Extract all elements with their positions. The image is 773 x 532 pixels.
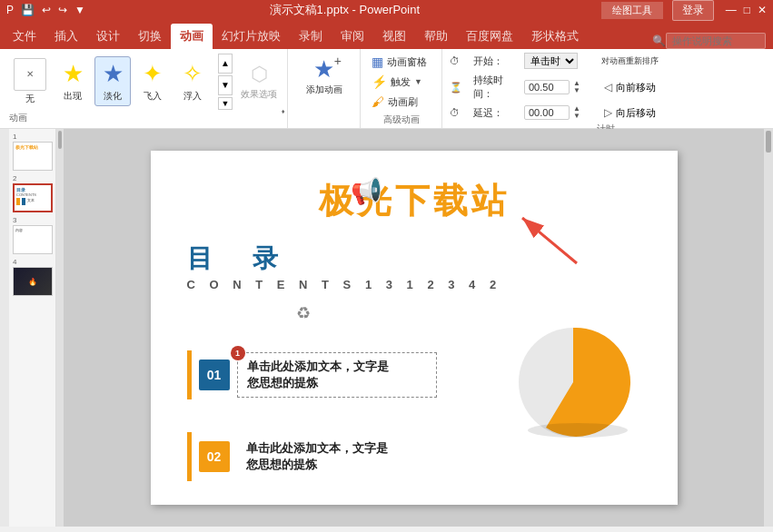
add-animation-btn[interactable]: ★+ 添加动画 [293, 53, 354, 99]
timing-section: ⏱ 开始： 单击时 对动画重新排序 ⏳ 持续时间： 00.50 ▲ ▼ [442, 49, 769, 128]
delay-input-group: 00.00 ▲ ▼ [524, 105, 580, 120]
ribbon-tabs: 文件 插入 设计 切换 动画 幻灯片放映 录制 审阅 视图 帮助 百度网盘 形状… [0, 20, 773, 49]
float-icon: ✧ [183, 60, 203, 88]
trigger-arrow: ▼ [414, 77, 422, 86]
slide-title: 极光下载站 [319, 178, 510, 224]
advanced-animation-section: ▦ 动画窗格 ⚡ 触发 ▼ 🖌 动画刷 高级动画 [361, 49, 442, 128]
list-text-1[interactable]: 1 单击此处添加文本，文字是 您思想的提炼 [237, 352, 437, 398]
tab-insert[interactable]: 插入 [45, 24, 87, 49]
list-text-1-line2: 您思想的提炼 [247, 375, 427, 391]
list-text-2: 单击此处添加文本，文字是 您思想的提炼 [237, 435, 437, 478]
tab-help[interactable]: 帮助 [415, 24, 457, 49]
scroll-more-btn[interactable]: ▼ [218, 97, 233, 110]
quick-access-toolbar: P 💾 ↩ ↪ ▼ 演示文稿1.pptx - PowerPoint 绘图工具 登… [0, 0, 773, 20]
trigger-btn[interactable]: ⚡ 触发 ▼ [368, 73, 434, 91]
move-back-btn[interactable]: ▷ 向后移动 [604, 106, 656, 120]
pane-icon: ▦ [372, 54, 383, 69]
list-text-1-line1: 单击此处添加文本，文字是 [247, 359, 427, 375]
main-area: 1 极光下载站 2 目录 CONTENTS 文本 3 内容 [0, 129, 773, 527]
effects-option-btn[interactable]: ⬡ 效果选项 [236, 60, 282, 103]
appear-icon: ★ [63, 60, 84, 88]
list-item-1: 01 1 单击此处添加文本，文字是 您思想的提炼 [187, 350, 437, 399]
customize-icon[interactable]: ▼ [72, 4, 88, 16]
list-item-2: 02 单击此处添加文本，文字是 您思想的提炼 [187, 432, 437, 481]
slide-thumb-1[interactable]: 1 极光下载站 [13, 133, 52, 171]
trigger-icon: ⚡ [372, 74, 387, 89]
tab-review[interactable]: 审阅 [332, 24, 373, 49]
animation-fade-btn[interactable]: ★ 淡化 [94, 56, 131, 106]
animation-float-btn[interactable]: ✧ 浮入 [174, 57, 211, 105]
delay-icon: ⏱ [450, 107, 468, 118]
reorder-label: 对动画重新排序 [601, 55, 659, 67]
timing-start-row: ⏱ 开始： 单击时 对动画重新排序 [450, 53, 762, 69]
slide-canvas: 极光下载站 📢 目 录 C O N T E N T S 1 3 1 2 3 4 … [151, 151, 678, 505]
recycle-icon: ♻ [296, 303, 311, 323]
timing-duration-row: ⏳ 持续时间： 00.50 ▲ ▼ ◁ 向前移动 [450, 74, 762, 101]
canvas-scroll-thumb[interactable] [766, 131, 771, 153]
tab-view[interactable]: 视图 [373, 24, 415, 49]
tab-transition[interactable]: 切换 [129, 24, 171, 49]
canvas-scrollbar[interactable] [764, 129, 773, 527]
animation-buttons: ✕ 无 ★ 出现 ★ 淡化 ✦ 飞入 ✧ 浮入 [9, 53, 282, 110]
window-title: 演示文稿1.pptx - PowerPoint [90, 2, 600, 18]
tab-baidu[interactable]: 百度网盘 [457, 24, 522, 49]
animation-pane-btn[interactable]: ▦ 动画窗格 [368, 53, 434, 71]
redo-icon[interactable]: ↪ [55, 4, 70, 16]
none-icon: ✕ [14, 58, 46, 91]
ribbon-toolbar: ✕ 无 ★ 出现 ★ 淡化 ✦ 飞入 ✧ 浮入 [0, 49, 773, 129]
animation-appear-btn[interactable]: ★ 出现 [55, 57, 91, 105]
slide-subtitle: 目 录 [187, 241, 285, 276]
adv-section-label: 高级动画 [368, 113, 434, 126]
svg-point-1 [528, 423, 628, 438]
animation-flyin-btn[interactable]: ✦ 飞入 [134, 57, 171, 105]
slide-thumb-4[interactable]: 4 🔥 [13, 258, 52, 296]
thumb-content-4: 🔥 [13, 267, 53, 296]
list-text-2-line2: 您思想的提炼 [246, 457, 428, 473]
search-input[interactable] [666, 33, 766, 49]
login-button[interactable]: 登录 [672, 0, 714, 21]
thumb-content-1: 极光下载站 [13, 142, 53, 171]
add-animation-section: ★+ 添加动画 [288, 49, 361, 128]
thumb-content-2: 目录 CONTENTS 文本 [13, 183, 53, 212]
scroll-up-btn[interactable]: ▲ [218, 54, 233, 74]
drawing-tools-label: 绘图工具 [601, 2, 663, 19]
effects-icon: ⬡ [251, 63, 268, 86]
close-icon[interactable]: ✕ [755, 4, 769, 16]
start-dropdown[interactable]: 单击时 [524, 53, 578, 69]
list-text-2-line1: 单击此处添加文本，文字是 [246, 440, 428, 457]
pie-chart [505, 314, 650, 441]
reorder-buttons: ◁ 向前移动 [604, 81, 656, 94]
maximize-icon[interactable]: □ [741, 4, 753, 16]
tab-shape-format[interactable]: 形状格式 [522, 24, 588, 49]
tab-record[interactable]: 录制 [290, 24, 332, 49]
slides-scrollbar[interactable] [56, 129, 64, 527]
resize-handle[interactable] [0, 129, 9, 527]
canvas-area: 极光下载站 📢 目 录 C O N T E N T S 1 3 1 2 3 4 … [64, 129, 764, 527]
animation-none-btn[interactable]: ✕ 无 [9, 55, 51, 108]
add-anim-icon: ★+ [313, 55, 334, 84]
tab-animation[interactable]: 动画 [171, 24, 213, 49]
section-expand-icon[interactable]: ⬧ [281, 106, 285, 115]
delay-down-btn[interactable]: ▼ [573, 113, 580, 120]
scroll-thumb[interactable] [58, 131, 62, 149]
badge-1: 1 [231, 346, 245, 360]
animation-section: ✕ 无 ★ 出现 ★ 淡化 ✦ 飞入 ✧ 浮入 [4, 49, 288, 128]
thumb-content-3: 内容 [13, 225, 53, 254]
undo-icon[interactable]: ↩ [39, 4, 54, 16]
animation-brush-btn[interactable]: 🖌 动画刷 [368, 93, 434, 111]
tab-slideshow[interactable]: 幻灯片放映 [213, 24, 290, 49]
slide-thumb-3[interactable]: 3 内容 [13, 216, 52, 254]
tab-file[interactable]: 文件 [4, 24, 45, 49]
animation-scroll: ▲ ▼ ▼ [218, 54, 233, 110]
slide-thumb-2[interactable]: 2 目录 CONTENTS 文本 [13, 174, 52, 212]
fade-icon: ★ [103, 60, 124, 88]
tab-design[interactable]: 设计 [87, 24, 129, 49]
list-bar-1 [187, 350, 192, 399]
speaker-icon: 📢 [351, 176, 382, 206]
minimize-icon[interactable]: — [723, 4, 739, 16]
save-icon[interactable]: 💾 [18, 4, 37, 16]
list-num-box-1: 01 [199, 360, 230, 390]
move-forward-btn[interactable]: ◁ 向前移动 [604, 81, 656, 94]
scroll-down-btn[interactable]: ▼ [218, 75, 233, 95]
duration-down-btn[interactable]: ▼ [573, 87, 580, 94]
